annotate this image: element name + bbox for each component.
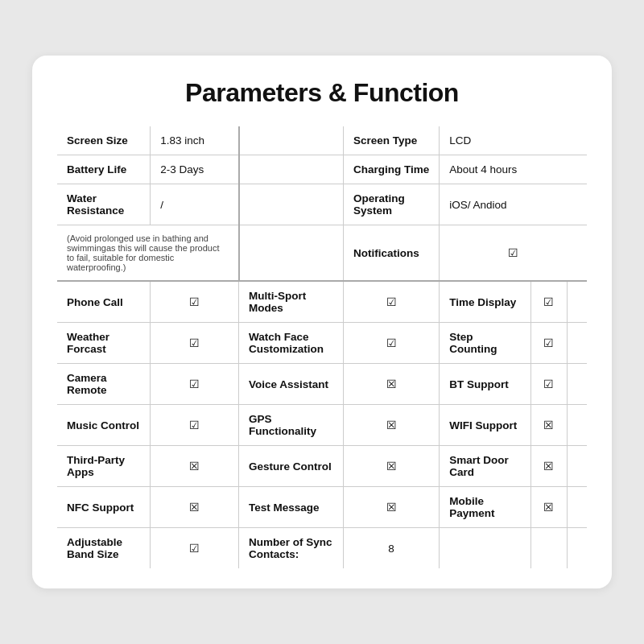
time-display-label: Time Display <box>440 281 531 323</box>
water-note: (Avoid prolonged use in bathing and swim… <box>57 225 239 282</box>
bt-support-label: BT Support <box>440 364 531 405</box>
sync-contacts-label: Number of SyncContacts: <box>239 528 344 569</box>
spec-row-2: Battery Life 2-3 Days Charging Time Abou… <box>57 155 588 184</box>
feature-row-6: NFC Support ☒ Test Message ☒ Mobile Paym… <box>57 487 588 528</box>
notifications-value: ☑ <box>440 225 588 282</box>
wifi-support-check: ☒ <box>530 405 567 446</box>
gps-functionality-label: GPS Functionality <box>239 405 344 446</box>
smart-door-card-check: ☒ <box>530 446 567 487</box>
mobile-payment-label: Mobile Payment <box>440 487 531 528</box>
os-label: OperatingSystem <box>343 184 439 225</box>
feature-row-7: AdjustableBand Size ☑ Number of SyncCont… <box>57 528 588 569</box>
multi-sport-label: Multi-SportModes <box>239 281 344 323</box>
test-message-label: Test Message <box>239 487 344 528</box>
voice-assistant-check: ☒ <box>343 364 439 405</box>
gesture-control-label: Gesture Control <box>239 446 344 487</box>
weather-forcast-check: ☑ <box>151 323 239 364</box>
feature-row-4: Music Control ☑ GPS Functionality ☒ WIFI… <box>57 405 588 446</box>
phone-call-label: Phone Call <box>57 281 151 323</box>
phone-call-check: ☑ <box>151 281 239 323</box>
feature-row-5: Third-Party Apps ☒ Gesture Control ☒ Sma… <box>57 446 588 487</box>
spec-row-4: (Avoid prolonged use in bathing and swim… <box>57 225 588 282</box>
nfc-support-label: NFC Support <box>57 487 151 528</box>
weather-forcast-label: Weather Forcast <box>57 323 151 364</box>
test-message-check: ☒ <box>343 487 439 528</box>
screen-type-label: Screen Type <box>343 126 439 155</box>
main-card: Parameters & Function Screen Size 1.83 i… <box>32 56 612 588</box>
feature-row-3: Camera Remote ☑ Voice Assistant ☒ BT Sup… <box>57 364 588 405</box>
third-party-apps-label: Third-Party Apps <box>57 446 151 487</box>
wifi-support-label: WIFI Support <box>440 405 531 446</box>
third-party-apps-check: ☒ <box>151 446 239 487</box>
time-display-check: ☑ <box>530 281 567 323</box>
camera-remote-check: ☑ <box>151 364 239 405</box>
watch-face-label: Watch FaceCustomization <box>239 323 344 364</box>
os-value: iOS/ Andiod <box>440 184 588 225</box>
charging-time-label: Charging Time <box>343 155 439 184</box>
notifications-label: Notifications <box>343 225 439 282</box>
camera-remote-label: Camera Remote <box>57 364 151 405</box>
sync-contacts-value: 8 <box>343 528 439 569</box>
charging-time-value: About 4 hours <box>440 155 588 184</box>
watch-face-check: ☑ <box>343 323 439 364</box>
nfc-support-check: ☒ <box>151 487 239 528</box>
water-resistance-value: / <box>151 184 239 225</box>
voice-assistant-label: Voice Assistant <box>239 364 344 405</box>
water-resistance-label: WaterResistance <box>57 184 151 225</box>
screen-size-label: Screen Size <box>57 126 151 155</box>
gesture-control-check: ☒ <box>343 446 439 487</box>
music-control-label: Music Control <box>57 405 151 446</box>
screen-size-value: 1.83 inch <box>151 126 239 155</box>
smart-door-card-label: Smart Door Card <box>440 446 531 487</box>
params-table: Screen Size 1.83 inch Screen Type LCD Ba… <box>56 126 588 569</box>
page-title: Parameters & Function <box>56 78 588 108</box>
battery-life-value: 2-3 Days <box>151 155 239 184</box>
gps-functionality-check: ☒ <box>343 405 439 446</box>
step-counting-label: Step Counting <box>440 323 531 364</box>
battery-life-label: Battery Life <box>57 155 151 184</box>
screen-type-value: LCD <box>440 126 588 155</box>
feature-row-2: Weather Forcast ☑ Watch FaceCustomizatio… <box>57 323 588 364</box>
feature-row-1: Phone Call ☑ Multi-SportModes ☑ Time Dis… <box>57 281 588 323</box>
adjustable-band-check: ☑ <box>151 528 239 569</box>
spec-row-3: WaterResistance / OperatingSystem iOS/ A… <box>57 184 588 225</box>
music-control-check: ☑ <box>151 405 239 446</box>
mobile-payment-check: ☒ <box>530 487 567 528</box>
bt-support-check: ☑ <box>530 364 567 405</box>
adjustable-band-label: AdjustableBand Size <box>57 528 151 569</box>
step-counting-check: ☑ <box>530 323 567 364</box>
multi-sport-check: ☑ <box>343 281 439 323</box>
spec-row-1: Screen Size 1.83 inch Screen Type LCD <box>57 126 588 155</box>
